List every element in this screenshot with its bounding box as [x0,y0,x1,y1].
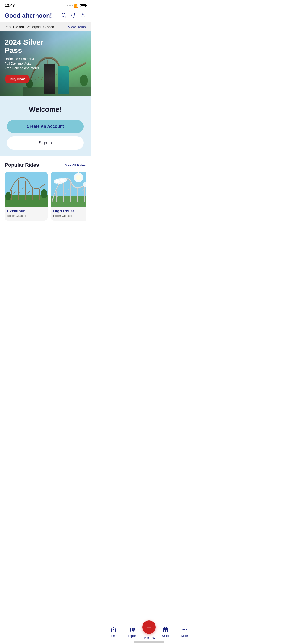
excalibur-type: Roller Coaster [7,214,45,218]
svg-point-28 [5,192,11,200]
highroller-info: High Roller Roller Coaster [51,206,86,221]
status-icons: 📶 [67,4,86,8]
profile-icon[interactable] [80,12,86,19]
park-status-bar: Park: Closed Waterpark: Closed View Hour… [0,22,91,31]
ride-card-excalibur[interactable]: Excalibur Roller Coaster [5,172,48,221]
search-icon[interactable] [61,12,66,19]
status-time: 12:43 [5,3,15,8]
battery-icon [80,4,86,7]
create-account-button[interactable]: Create An Account [7,120,84,133]
welcome-title: Welcome! [7,106,84,113]
park-closed-label: Closed [13,25,24,29]
popular-rides-section: Popular Rides See All Rides [0,156,91,248]
svg-point-47 [60,178,67,182]
waterpark-closed-label: Closed [43,25,54,29]
park-status-text: Park: Closed Waterpark: Closed [5,25,54,29]
svg-point-2 [82,13,84,15]
park-status-info: Park: Closed Waterpark: Closed [5,25,54,29]
svg-point-32 [76,175,82,180]
hero-subtitle: Unlimited Summer &Fall Daytime Visits,Fr… [5,57,51,70]
wifi-icon: 📶 [74,4,79,8]
svg-point-48 [54,180,60,184]
greeting-text: Good afternoon! [5,12,52,19]
view-hours-link[interactable]: View Hours [68,25,86,29]
header: Good afternoon! [0,10,91,22]
hero-banner: 2024 Silver Pass Unlimited Summer &Fall … [0,31,91,96]
excalibur-info: Excalibur Roller Coaster [5,206,48,221]
sign-in-button[interactable]: Sign In [7,136,84,150]
svg-rect-35 [51,196,86,206]
excalibur-name: Excalibur [7,209,45,214]
hero-title: 2024 Silver Pass [5,38,51,54]
welcome-section: Welcome! Create An Account Sign In [0,96,91,156]
buy-now-button[interactable]: Buy Now [5,75,30,83]
section-header: Popular Rides See All Rides [5,162,86,168]
status-bar: 12:43 📶 [0,0,91,10]
svg-point-29 [41,189,47,198]
highroller-name: High Roller [53,209,86,214]
hero-content: 2024 Silver Pass Unlimited Summer &Fall … [5,38,51,83]
see-all-rides-link[interactable]: See All Rides [65,163,86,167]
rides-scroll: Excalibur Roller Coaster [5,172,86,221]
highroller-image [51,172,86,206]
signal-icon [67,5,73,6]
svg-line-1 [65,16,66,18]
excalibur-image [5,172,48,206]
header-actions [61,12,86,19]
ride-card-highroller[interactable]: High Roller Roller Coaster [51,172,86,221]
highroller-type: Roller Coaster [53,214,86,218]
popular-rides-title: Popular Rides [5,162,39,168]
notification-icon[interactable] [71,12,76,19]
svg-rect-19 [5,195,48,206]
